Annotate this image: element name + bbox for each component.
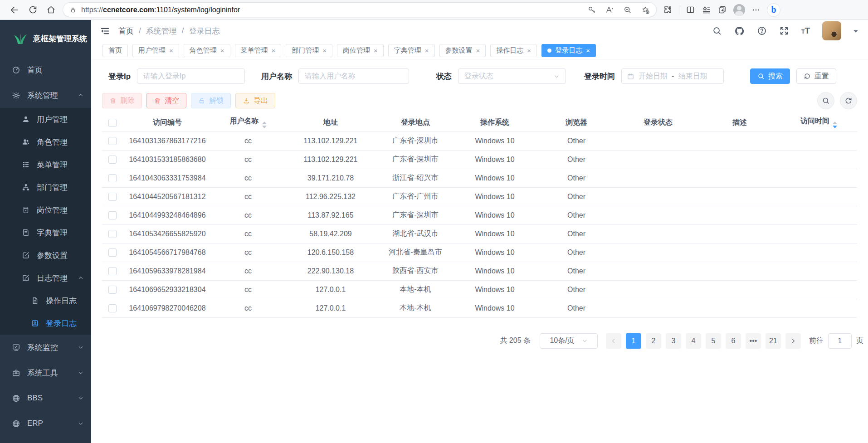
sidebar-item-system-monitor[interactable]: 系统监控: [0, 335, 91, 360]
page-button[interactable]: 2: [646, 333, 661, 349]
close-icon[interactable]: ×: [476, 47, 480, 54]
page-button[interactable]: 6: [726, 333, 741, 349]
refresh-table-button[interactable]: [840, 92, 857, 109]
tab-dict-mgmt[interactable]: 字典管理×: [388, 44, 435, 57]
goto-page-input[interactable]: [828, 333, 852, 349]
bing-copilot-icon[interactable]: b: [767, 3, 780, 17]
sidebar-item-post-mgmt[interactable]: 岗位管理: [0, 199, 91, 221]
page-size-select[interactable]: 10条/页: [540, 333, 598, 349]
page-button[interactable]: 21: [766, 333, 781, 349]
sidebar-item-dict-mgmt[interactable]: 字典管理: [0, 221, 91, 244]
split-screen-icon[interactable]: [686, 5, 695, 15]
password-key-icon[interactable]: [587, 5, 596, 14]
row-checkbox[interactable]: [108, 211, 117, 219]
row-checkbox[interactable]: [108, 137, 117, 145]
favorites-icon[interactable]: [702, 5, 711, 15]
sidebar-item-system-tools[interactable]: 系统工具: [0, 360, 91, 385]
tab-dept-mgmt[interactable]: 部门管理×: [286, 44, 332, 57]
close-icon[interactable]: ×: [425, 47, 429, 54]
sort-icon[interactable]: [262, 122, 267, 128]
breadcrumb-item[interactable]: 系统管理: [146, 26, 177, 36]
page-button[interactable]: 1: [626, 333, 641, 349]
github-icon[interactable]: [734, 26, 745, 36]
sort-icon[interactable]: [833, 122, 837, 128]
column-header-user[interactable]: 用户名称: [212, 114, 284, 131]
home-button[interactable]: [42, 2, 60, 18]
sidebar-item-dept-mgmt[interactable]: 部门管理: [0, 176, 91, 199]
sidebar-item-system-mgmt[interactable]: 系统管理: [0, 83, 91, 108]
close-icon[interactable]: ×: [322, 47, 327, 54]
zoom-out-icon[interactable]: [623, 5, 632, 14]
tab-param-settings[interactable]: 参数设置×: [439, 44, 486, 57]
user-name-input[interactable]: [298, 68, 409, 84]
back-button[interactable]: [5, 2, 24, 18]
status-select[interactable]: 登录状态: [458, 68, 566, 84]
caret-down-icon[interactable]: [853, 30, 858, 35]
unlock-button[interactable]: 解锁: [191, 93, 231, 108]
row-checkbox[interactable]: [108, 174, 117, 182]
export-button[interactable]: 导出: [235, 93, 275, 108]
row-checkbox[interactable]: [108, 156, 117, 164]
sidebar-item-log-mgmt[interactable]: 日志管理: [0, 267, 91, 289]
row-checkbox[interactable]: [108, 304, 117, 312]
tab-user-mgmt[interactable]: 用户管理×: [132, 44, 179, 57]
tab-home[interactable]: 首页: [102, 44, 128, 57]
reset-button[interactable]: 重置: [796, 68, 836, 84]
help-icon[interactable]: [757, 26, 767, 36]
close-icon[interactable]: ×: [272, 47, 276, 54]
browser-profile-avatar[interactable]: [733, 4, 745, 16]
more-pages-button[interactable]: •••: [746, 333, 761, 349]
close-icon[interactable]: ×: [220, 47, 224, 54]
sidebar-item-yi-framework[interactable]: Yi框架: [0, 436, 91, 443]
close-icon[interactable]: ×: [527, 47, 531, 54]
row-checkbox[interactable]: [108, 267, 117, 275]
tab-role-mgmt[interactable]: 角色管理×: [184, 44, 230, 57]
row-checkbox[interactable]: [108, 286, 117, 294]
close-icon[interactable]: ×: [169, 47, 173, 54]
close-icon[interactable]: ×: [374, 47, 378, 54]
column-header-time[interactable]: 访问时间: [780, 114, 857, 131]
search-icon[interactable]: [712, 26, 722, 36]
next-page-button[interactable]: [785, 333, 801, 349]
clear-button[interactable]: 清空: [146, 93, 186, 108]
sidebar-item-bbs[interactable]: BBS: [0, 385, 91, 411]
sidebar-item-user-mgmt[interactable]: 用户管理: [0, 108, 91, 131]
close-icon[interactable]: ×: [586, 47, 590, 54]
tab-operation-log[interactable]: 操作日志×: [490, 44, 537, 57]
more-menu-icon[interactable]: [751, 5, 761, 15]
sidebar-item-menu-mgmt[interactable]: 菜单管理: [0, 153, 91, 176]
select-all-checkbox[interactable]: [108, 119, 117, 127]
delete-button[interactable]: 删除: [102, 93, 142, 108]
sidebar-item-param-settings[interactable]: 参数设置: [0, 244, 91, 267]
tab-login-log[interactable]: 登录日志×: [541, 44, 596, 57]
date-range-picker[interactable]: 开始日期 - 结束日期: [621, 68, 724, 84]
favorite-add-icon[interactable]: [641, 5, 650, 15]
read-aloud-icon[interactable]: [605, 5, 614, 15]
refresh-button[interactable]: [24, 2, 42, 18]
row-checkbox[interactable]: [108, 193, 117, 201]
tab-post-mgmt[interactable]: 岗位管理×: [337, 44, 384, 57]
prev-page-button[interactable]: [606, 333, 621, 349]
sidebar-item-erp[interactable]: ERP: [0, 411, 91, 436]
sidebar-item-login-log[interactable]: 登录日志: [0, 312, 91, 335]
collections-icon[interactable]: [717, 5, 727, 15]
sidebar-item-role-mgmt[interactable]: 角色管理: [0, 131, 91, 153]
breadcrumb-item[interactable]: 首页: [118, 26, 134, 36]
fullscreen-icon[interactable]: [779, 26, 789, 36]
search-button[interactable]: 搜索: [750, 68, 790, 84]
font-size-icon[interactable]: TT: [801, 26, 810, 36]
address-bar[interactable]: https://ccnetcore.com:1101/system/log/lo…: [63, 2, 657, 17]
user-avatar[interactable]: [822, 21, 841, 40]
tab-menu-mgmt[interactable]: 菜单管理×: [235, 44, 282, 57]
row-checkbox[interactable]: [108, 248, 117, 257]
sidebar-fold-button[interactable]: [97, 23, 113, 39]
page-button[interactable]: 4: [686, 333, 701, 349]
page-button[interactable]: 5: [706, 333, 721, 349]
sidebar-item-operation-log[interactable]: 操作日志: [0, 289, 91, 312]
page-button[interactable]: 3: [666, 333, 681, 349]
row-checkbox[interactable]: [108, 230, 117, 238]
extensions-icon[interactable]: [663, 5, 673, 15]
breadcrumb-item[interactable]: 登录日志: [189, 26, 219, 36]
login-ip-input[interactable]: [137, 68, 245, 84]
search-toggle-button[interactable]: [817, 92, 834, 109]
